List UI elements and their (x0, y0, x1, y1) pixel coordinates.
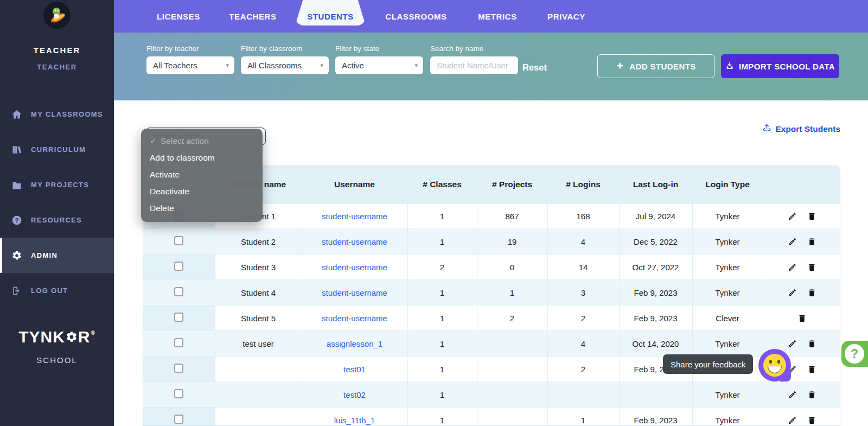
delete-button[interactable] (806, 261, 818, 273)
tab-privacy[interactable]: PRIVACY (547, 0, 585, 33)
delete-button[interactable] (806, 210, 818, 222)
filter-select-classroom[interactable]: All Classrooms▾ (241, 56, 329, 74)
menu-item-delete[interactable]: Delete (141, 200, 263, 217)
checkbox-cell (143, 229, 215, 255)
delete-button[interactable] (806, 287, 818, 298)
search-field-group: Search by name (430, 44, 518, 74)
edit-button[interactable] (786, 261, 798, 273)
sidebar-item-label: RESOURCES (31, 216, 82, 224)
delete-button[interactable] (806, 338, 818, 349)
sidebar-item-my-projects[interactable]: MY PROJECTS (0, 167, 114, 202)
username-link[interactable]: student-username (322, 314, 387, 323)
username-cell: test01 (302, 357, 407, 382)
sidebar-item-my-classrooms[interactable]: MY CLASSROOMS (0, 97, 114, 132)
table-row: luis_11th_111Feb 9, 2023Tynker (143, 408, 840, 426)
delete-button[interactable] (806, 389, 818, 400)
edit-button[interactable] (786, 389, 798, 400)
filter-select-value: Active (342, 61, 364, 70)
edit-button[interactable] (786, 287, 798, 298)
sidebar-item-admin[interactable]: ADMIN (0, 238, 114, 273)
sidebar-nav: MY CLASSROOMSCURRICULUMMY PROJECTS?RESOU… (0, 97, 114, 308)
svg-text:?: ? (15, 217, 18, 224)
import-school-data-button[interactable]: IMPORT SCHOOL DATA (721, 54, 839, 78)
gear-icon (11, 250, 23, 262)
tab-students[interactable]: STUDENTS (307, 0, 354, 33)
username-link[interactable]: luis_11th_1 (334, 416, 375, 425)
filter-label: Filter by teacher (146, 44, 234, 53)
filter-label: Filter by classroom (241, 44, 329, 53)
edit-button[interactable] (786, 414, 798, 426)
username-link[interactable]: student-username (322, 263, 387, 272)
last-login-cell: Oct 27, 2022 (619, 255, 692, 280)
tab-teachers[interactable]: TEACHERS (229, 0, 276, 33)
filter-select-teacher[interactable]: All Teachers▾ (146, 56, 234, 74)
table-body: ✓Student 1student-username1867168Jul 9, … (143, 204, 840, 426)
username-link[interactable]: test01 (343, 365, 366, 374)
filter-label: Filter by state (335, 44, 423, 53)
logins-cell (547, 382, 619, 408)
sidebar-item-log-out[interactable]: LOG OUT (0, 273, 114, 308)
username-link[interactable]: test02 (343, 390, 366, 399)
delete-button[interactable] (806, 414, 818, 426)
delete-button[interactable] (796, 312, 808, 324)
menu-item-activate[interactable]: Activate (141, 166, 263, 183)
menu-item-deactivate[interactable]: Deactivate (141, 183, 263, 200)
sidebar-item-label: LOG OUT (31, 287, 68, 295)
school-label: SCHOOL (0, 355, 114, 365)
column-header: # Classes (407, 166, 477, 204)
student-name-cell: Student 4 (215, 280, 302, 306)
login-type-cell: Tynker (692, 408, 763, 426)
username-link[interactable]: assignlesson_1 (327, 339, 382, 348)
export-students-link[interactable]: Export Students (762, 123, 840, 135)
row-checkbox[interactable] (174, 389, 183, 398)
tab-label: LICENSES (157, 12, 200, 21)
caret-down-icon: ▾ (414, 62, 418, 69)
tab-classrooms[interactable]: CLASSROOMS (385, 0, 447, 33)
username-cell: student-username (302, 280, 407, 306)
checkbox-cell (143, 280, 215, 306)
last-login-cell: Oct 14, 2020 (619, 331, 692, 357)
delete-button[interactable] (806, 363, 818, 375)
sidebar-item-curriculum[interactable]: CURRICULUM (0, 132, 114, 167)
tab-licenses[interactable]: LICENSES (157, 0, 200, 33)
delete-button[interactable] (806, 236, 818, 247)
username-link[interactable]: student-username (322, 212, 387, 221)
row-checkbox[interactable] (174, 364, 183, 373)
add-students-button[interactable]: ADD STUDENTS (597, 54, 714, 78)
username-link[interactable]: student-username (322, 288, 387, 297)
last-login-cell: Jul 9, 2024 (619, 204, 692, 229)
projects-cell (477, 357, 547, 382)
logins-cell: 2 (547, 357, 619, 382)
row-checkbox[interactable] (174, 262, 183, 271)
checkbox-cell (143, 408, 215, 426)
last-login-cell (619, 382, 692, 408)
help-button[interactable]: ? (841, 341, 868, 367)
screen: TEACHER TEACHER MY CLASSROOMSCURRICULUMM… (0, 0, 868, 426)
projects-cell (477, 331, 547, 357)
reset-button[interactable]: Reset (522, 59, 547, 77)
username-link[interactable]: student-username (322, 237, 387, 246)
classes-cell: 2 (407, 255, 477, 280)
row-checkbox[interactable] (174, 338, 183, 347)
search-input[interactable] (430, 56, 518, 74)
login-type-cell: Tynker (692, 382, 763, 408)
filter-select-state[interactable]: Active▾ (335, 56, 423, 74)
edit-button[interactable] (786, 210, 798, 222)
tab-metrics[interactable]: METRICS (478, 0, 517, 33)
column-header: # Projects (477, 166, 547, 204)
edit-button[interactable] (786, 236, 798, 247)
row-checkbox[interactable] (174, 236, 183, 245)
tynker-character-avatar-icon[interactable] (43, 2, 71, 29)
menu-item-add-to-classroom[interactable]: Add to classroom (141, 149, 263, 166)
feedback-button[interactable] (758, 349, 791, 382)
tynker-logo: TYNKR® (0, 328, 114, 346)
sidebar-item-resources[interactable]: ?RESOURCES (0, 202, 114, 238)
row-checkbox[interactable] (174, 313, 183, 322)
question-circle-icon: ? (11, 214, 23, 226)
edit-button[interactable] (786, 338, 798, 349)
row-checkbox[interactable] (174, 287, 183, 296)
column-header: Username (302, 166, 407, 204)
login-type-cell: Tynker (692, 280, 763, 306)
row-checkbox[interactable] (174, 415, 183, 424)
logins-cell: 14 (547, 255, 619, 280)
